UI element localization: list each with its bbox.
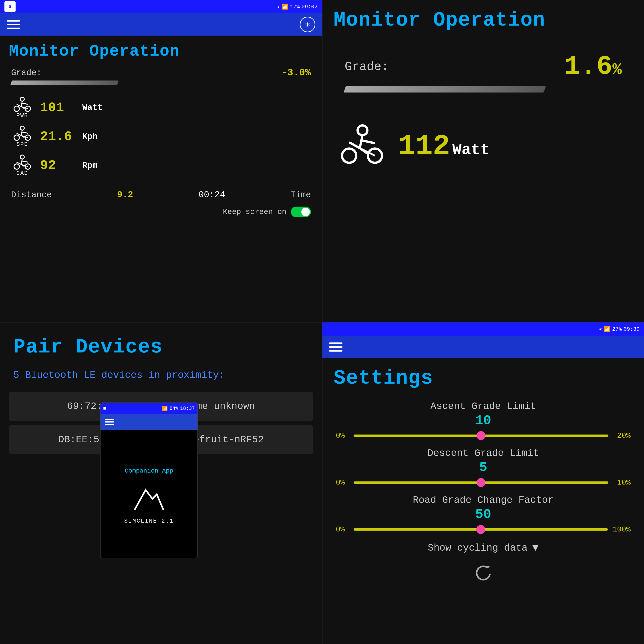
ascent-slider-track[interactable] — [354, 435, 608, 437]
nav-bar-panel4 — [322, 336, 644, 358]
road-grade-min: 0% — [336, 525, 349, 534]
main-grid: G ★ 📶 17% 09:02 ✶ Monitor Operation Grad… — [0, 0, 644, 644]
panel-pair-devices: Pair Devices 5 Bluetooth LE devices in p… — [0, 322, 322, 644]
ascent-slider-container: 0% 20% — [322, 428, 644, 443]
grade-row-panel2: Grade: 1.6% — [322, 38, 644, 86]
pwr-cyclist-icon — [11, 97, 33, 112]
companion-signal-icon: 📶 — [162, 406, 168, 412]
page-title-settings: Settings — [322, 358, 644, 396]
status-bar-panel4: ✶ 📶 27% 09:30 — [322, 322, 644, 336]
status-icons-panel4: ✶ 📶 27% 09:30 — [599, 326, 640, 332]
companion-app-title: Companion App — [120, 464, 178, 477]
descent-slider-container: 0% 10% — [322, 475, 644, 490]
grade-bar-visual — [10, 81, 119, 85]
svg-line-1 — [21, 101, 22, 107]
descent-label: Descent Grade Limit — [322, 443, 644, 460]
cad-value: 92 — [40, 158, 76, 173]
road-grade-slider-track[interactable] — [354, 528, 608, 531]
ascent-label: Ascent Grade Limit — [322, 396, 644, 413]
companion-nav-bar — [101, 414, 197, 430]
pwr-label: PWR — [11, 112, 33, 119]
svg-line-23 — [22, 161, 28, 162]
distance-label: Distance — [11, 190, 52, 200]
road-grade-value: 50 — [322, 507, 644, 522]
setting-ascent: Ascent Grade Limit 10 0% 20% — [322, 396, 644, 443]
show-cycling-dropdown[interactable]: ▼ — [532, 541, 539, 554]
grade-row-panel1: Grade: -3.0% — [0, 63, 322, 81]
road-grade-slider-thumb[interactable] — [476, 525, 485, 534]
bluetooth-button[interactable]: ✶ — [300, 17, 315, 32]
pwr-unit: Watt — [82, 103, 103, 113]
keep-screen-toggle[interactable] — [291, 207, 311, 217]
svg-line-17 — [21, 159, 22, 164]
svg-point-28 — [342, 149, 356, 163]
time-value: 00:24 — [199, 190, 225, 200]
descent-slider-thumb[interactable] — [477, 478, 485, 487]
svg-point-12 — [14, 135, 19, 140]
mountain-icon — [132, 483, 166, 513]
panel2-cyclist-watt: 112 Watt — [322, 110, 644, 183]
svg-point-4 — [14, 106, 19, 111]
keep-screen-row: Keep screen on — [0, 204, 322, 219]
metric-row-pwr: PWR 101 Watt — [11, 97, 311, 119]
cad-unit: Rpm — [82, 161, 97, 170]
svg-line-9 — [21, 130, 22, 135]
grade-value-panel2: 1.6% — [564, 52, 622, 82]
time-panel4: 09:30 — [624, 326, 640, 332]
grade-label-panel2: Grade: — [345, 60, 389, 74]
watt-unit-panel2: Watt — [452, 141, 490, 159]
status-icons-panel1: ★ 📶 17% 09:02 — [277, 4, 318, 10]
road-grade-slider-container: 0% 100% — [322, 522, 644, 537]
metrics-section: PWR 101 Watt — [0, 92, 322, 188]
spd-label: SPD — [11, 141, 33, 148]
ascent-slider-thumb[interactable] — [477, 431, 485, 440]
companion-time: 18:37 — [180, 406, 195, 411]
descent-slider-track[interactable] — [354, 481, 608, 484]
page-title-panel3: Pair Devices — [0, 322, 322, 365]
simcline-label: SIMCLINE 2.1 — [124, 518, 174, 524]
watt-value-panel2: 112 — [398, 130, 450, 163]
battery-text: 17% — [290, 4, 300, 10]
status-bar-panel1: G ★ 📶 17% 09:02 — [0, 0, 322, 13]
descent-value: 5 — [322, 460, 644, 475]
ascent-min: 0% — [336, 431, 349, 440]
page-title-panel1: Monitor Operation — [0, 36, 322, 63]
road-grade-max: 100% — [612, 525, 631, 534]
time-label: Time — [291, 190, 311, 200]
hamburger-menu-icon[interactable] — [7, 20, 20, 29]
settings-hamburger[interactable] — [329, 342, 342, 352]
svg-point-20 — [14, 164, 19, 169]
wifi-icon-panel4: 📶 — [604, 326, 610, 332]
svg-line-7 — [22, 103, 28, 104]
refresh-icon[interactable] — [472, 563, 494, 585]
svg-line-26 — [349, 142, 360, 148]
grade-bar-visual-2 — [344, 86, 546, 93]
distance-value: 9.2 — [117, 190, 133, 200]
svg-point-24 — [358, 125, 367, 135]
panel-monitor-operation-left: G ★ 📶 17% 09:02 ✶ Monitor Operation Grad… — [0, 0, 322, 322]
refresh-area — [322, 559, 644, 590]
page-title-panel2: Monitor Operation — [322, 0, 644, 38]
cad-cyclist-icon — [11, 154, 33, 170]
companion-hamburger[interactable] — [105, 419, 114, 425]
nav-bar-panel1: ✶ — [0, 13, 322, 36]
companion-body: Companion App SIMCLINE 2.1 — [101, 430, 197, 558]
show-cycling-label: Show cycling data — [428, 542, 528, 553]
ascent-value: 10 — [322, 413, 644, 428]
spd-cyclist-icon — [11, 125, 33, 141]
panel-monitor-operation-right: Monitor Operation Grade: 1.6% — [322, 0, 644, 322]
grade-label-panel1: Grade: — [11, 68, 42, 78]
descent-max: 10% — [613, 478, 631, 487]
battery-panel4: 27% — [612, 326, 622, 332]
metric-row-spd: SPD 21.6 Kph — [11, 125, 311, 148]
spd-value: 21.6 — [40, 129, 76, 144]
app-icon: G — [4, 1, 16, 12]
show-cycling-row: Show cycling data ▼ — [322, 537, 644, 559]
companion-battery: 84% — [169, 406, 178, 411]
cyclist-icon-panel2 — [340, 124, 385, 169]
road-grade-label: Road Grade Change Factor — [322, 490, 644, 507]
cad-label: CAD — [11, 170, 33, 177]
companion-app-inset: ■ 📶 84% 18:37 Companion App — [100, 403, 198, 558]
grade-bar-panel1 — [0, 81, 322, 92]
time-display: 09:02 — [302, 4, 318, 10]
